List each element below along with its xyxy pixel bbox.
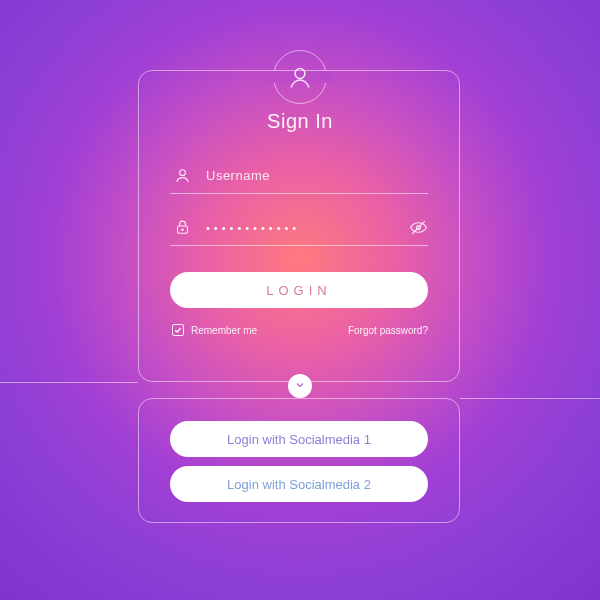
login-options-row: Remember me Forgot password? <box>172 324 428 336</box>
lock-icon <box>170 219 194 236</box>
frame-connector-right <box>460 398 600 399</box>
checkbox-icon <box>172 324 184 336</box>
eye-off-icon[interactable] <box>406 218 428 237</box>
password-field[interactable]: •••••••••••• <box>170 210 428 246</box>
user-icon <box>170 167 194 184</box>
social-login-1-button[interactable]: Login with Socialmedia 1 <box>170 421 428 457</box>
svg-point-3 <box>181 229 182 230</box>
login-button[interactable]: LOGIN <box>170 272 428 308</box>
page-title: Sign In <box>267 110 333 133</box>
user-icon <box>286 63 314 91</box>
avatar-circle <box>273 50 327 104</box>
frame-connector-left <box>0 382 138 383</box>
remember-me-checkbox[interactable]: Remember me <box>172 324 257 336</box>
username-field[interactable] <box>170 158 428 194</box>
social-login-2-label: Login with Socialmedia 2 <box>227 477 371 492</box>
social-login-2-button[interactable]: Login with Socialmedia 2 <box>170 466 428 502</box>
expand-toggle-button[interactable] <box>288 374 312 398</box>
social-login-1-label: Login with Socialmedia 1 <box>227 432 371 447</box>
social-panel-frame <box>138 398 460 523</box>
chevron-down-icon <box>294 377 306 395</box>
svg-point-1 <box>179 170 185 176</box>
username-input[interactable] <box>194 168 428 183</box>
forgot-password-link[interactable]: Forgot password? <box>348 325 428 336</box>
remember-me-label: Remember me <box>191 325 257 336</box>
svg-point-0 <box>295 69 305 79</box>
password-input[interactable]: •••••••••••• <box>194 222 406 234</box>
login-button-label: LOGIN <box>266 283 331 298</box>
